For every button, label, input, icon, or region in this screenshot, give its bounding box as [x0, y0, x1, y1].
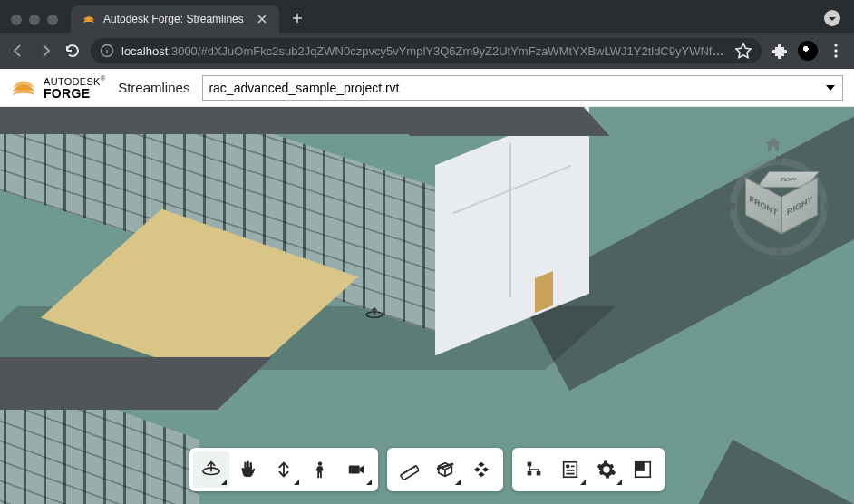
- window-controls: [7, 15, 63, 33]
- brand-line-2: FORGE: [44, 87, 105, 100]
- svg-point-14: [567, 465, 569, 468]
- maximize-window-button[interactable]: [47, 15, 58, 25]
- orbit-cursor-icon: [364, 306, 384, 321]
- svg-rect-8: [349, 465, 360, 473]
- profile-avatar[interactable]: [798, 41, 818, 61]
- tab-title: Autodesk Forge: Streamlines: [103, 13, 248, 25]
- close-tab-icon[interactable]: [256, 13, 268, 25]
- forward-button[interactable]: [36, 42, 54, 60]
- url-input[interactable]: localhost:3000/#dXJuOmFkc2sub2JqZWN0czpv…: [91, 38, 762, 63]
- browser-window: Autodesk Forge: Streamlines loca: [0, 0, 854, 69]
- chevron-down-icon[interactable]: [823, 9, 841, 27]
- back-button[interactable]: [9, 42, 27, 60]
- extensions-icon[interactable]: [771, 42, 789, 60]
- measure-button[interactable]: [391, 451, 427, 488]
- address-bar: localhost:3000/#dXJuOmFkc2sub2JqZWN0czpv…: [0, 33, 854, 69]
- forge-favicon-icon: [82, 12, 96, 26]
- tab-strip: Autodesk Forge: Streamlines: [0, 0, 854, 33]
- svg-point-7: [318, 461, 322, 465]
- properties-button[interactable]: [552, 451, 588, 488]
- compass-e: E: [824, 202, 830, 212]
- viewer-canvas[interactable]: N S E W TOP FRONT RIGHT: [0, 107, 854, 504]
- browser-tab[interactable]: Autodesk Forge: Streamlines: [71, 5, 279, 33]
- fullscreen-button[interactable]: [625, 451, 661, 488]
- compass-w: W: [727, 202, 735, 212]
- svg-point-3: [834, 49, 837, 52]
- svg-rect-16: [636, 462, 645, 471]
- panel-tool-group: [512, 448, 665, 491]
- settings-button[interactable]: [588, 451, 625, 488]
- new-tab-button[interactable]: [286, 7, 308, 29]
- analyze-tool-group: [387, 448, 503, 491]
- model-browser-button[interactable]: [516, 451, 552, 488]
- section-button[interactable]: [427, 451, 463, 488]
- camera-button[interactable]: [338, 451, 374, 488]
- orbit-button[interactable]: [193, 451, 229, 488]
- svg-rect-13: [564, 462, 577, 478]
- svg-rect-9: [401, 466, 419, 480]
- pan-button[interactable]: [229, 451, 266, 488]
- close-window-button[interactable]: [11, 15, 22, 25]
- app-header: AUTODESK® FORGE Streamlines rac_advanced…: [0, 69, 854, 107]
- svg-rect-11: [528, 471, 532, 476]
- svg-rect-12: [537, 471, 541, 476]
- explode-button[interactable]: [463, 451, 500, 488]
- compass-s: S: [776, 248, 782, 258]
- reload-button[interactable]: [63, 42, 82, 60]
- svg-point-2: [834, 44, 837, 46]
- app-name: Streamlines: [118, 80, 189, 95]
- svg-point-4: [834, 54, 837, 57]
- forge-logo: AUTODESK® FORGE: [11, 75, 105, 101]
- viewer-toolbar: [189, 448, 665, 491]
- kebab-menu-icon[interactable]: [827, 42, 845, 60]
- nav-tool-group: [189, 448, 378, 491]
- svg-rect-10: [528, 462, 532, 467]
- site-info-icon[interactable]: [100, 44, 114, 58]
- zoom-button[interactable]: [266, 451, 302, 488]
- forge-logo-icon: [11, 75, 36, 101]
- first-person-button[interactable]: [302, 451, 338, 488]
- home-view-icon[interactable]: [763, 134, 783, 154]
- minimize-window-button[interactable]: [29, 15, 40, 25]
- view-cube[interactable]: N S E W TOP FRONT RIGHT: [729, 157, 829, 257]
- compass-n: N: [775, 155, 781, 165]
- model-select[interactable]: rac_advanced_sample_project.rvt: [202, 75, 843, 101]
- bookmark-star-icon[interactable]: [734, 42, 752, 60]
- url-text: localhost:3000/#dXJuOmFkc2sub2JqZWN0czpv…: [121, 44, 727, 58]
